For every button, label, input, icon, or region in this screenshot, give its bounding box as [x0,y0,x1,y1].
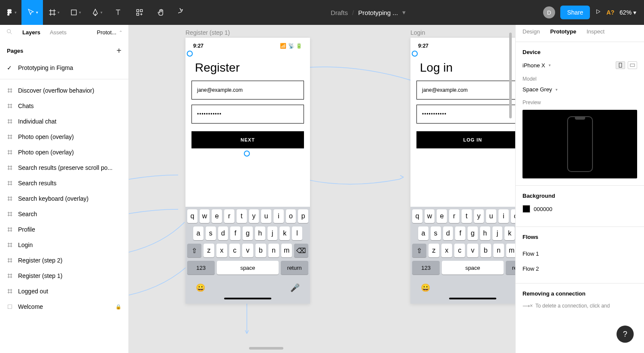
tab-assets[interactable]: Assets [50,29,67,36]
chevron-down-icon[interactable]: ▾ [402,9,406,16]
key[interactable]: i [498,209,509,223]
layer-frame[interactable]: Individual chat [0,114,128,129]
layer-frame[interactable]: Discover (overflow behavior) [0,83,128,98]
shape-tool[interactable]: ▾ [64,0,86,25]
key[interactable]: r [224,209,234,223]
return-key[interactable]: return [506,261,515,275]
key[interactable]: q [412,209,422,223]
canvas[interactable]: Register (step 1) 9:27 📶 📡 🔋 Register ja… [129,25,515,353]
key[interactable]: f [230,226,240,240]
layer-section[interactable]: Welcome🔒 [0,299,128,314]
portrait-icon[interactable] [616,61,625,69]
key[interactable]: h [480,226,490,240]
breadcrumb-file[interactable]: Prototyping ... [358,9,398,16]
key[interactable]: y [474,209,484,223]
key[interactable]: t [462,209,472,223]
key[interactable]: s [431,226,441,240]
key[interactable]: q [187,209,197,223]
resources-tool[interactable] [129,0,150,25]
emoji-icon[interactable]: 😀 [196,283,205,293]
email-field[interactable]: jane@example.com [416,81,515,100]
color-swatch[interactable] [522,205,530,213]
key[interactable]: j [267,226,278,240]
layer-frame[interactable]: Register (step 2) [0,253,128,268]
key[interactable]: k [279,226,290,240]
space-key[interactable]: space [217,261,278,275]
space-key[interactable]: space [442,261,503,275]
key[interactable]: a [418,226,428,240]
present-button[interactable] [595,9,601,16]
key[interactable]: u [261,209,271,223]
frame-label[interactable]: Login [410,29,425,36]
main-menu-button[interactable]: ▾ [0,0,21,25]
search-icon[interactable] [6,28,13,36]
vertical-scrollbar[interactable] [509,33,512,118]
key[interactable]: c [229,244,240,257]
key[interactable]: a [193,226,204,240]
breadcrumb[interactable]: Drafts / Prototyping ... ▾ [193,9,543,16]
key[interactable]: o [511,209,515,223]
add-page-button[interactable]: + [116,46,122,56]
layer-frame[interactable]: Chats [0,98,128,114]
key[interactable]: g [468,226,478,240]
key[interactable]: m [281,244,292,257]
flow-item[interactable]: Flow 1 [522,246,637,261]
layer-frame[interactable]: Photo open (overlay) [0,145,128,160]
prototype-node[interactable] [244,151,250,157]
prototype-node[interactable] [187,51,193,57]
model-select[interactable]: Space Grey▾ [522,86,637,93]
key[interactable]: n [268,244,279,257]
next-button[interactable]: NEXT [191,131,304,148]
key[interactable]: s [206,226,216,240]
email-field[interactable]: jane@example.com [191,81,304,100]
key[interactable]: k [504,226,515,240]
key[interactable]: d [218,226,228,240]
key[interactable]: x [441,244,452,257]
layer-frame[interactable]: Register (step 1) [0,268,128,284]
lock-icon[interactable]: 🔒 [115,304,122,310]
key[interactable]: t [237,209,247,223]
background-color[interactable]: 000000 [522,205,637,213]
key[interactable]: i [273,209,284,223]
mic-icon[interactable]: 🎤 [290,283,300,293]
key[interactable]: r [449,209,459,223]
tab-layers[interactable]: Layers [22,29,40,36]
key[interactable]: z [204,244,214,257]
layer-frame[interactable]: Photo open (overlay) [0,129,128,145]
text-tool[interactable] [107,0,129,25]
key[interactable]: l [292,226,302,240]
frame-label[interactable]: Register (step 1) [185,29,230,36]
tab-inspect[interactable]: Inspect [586,28,605,38]
move-tool[interactable]: ▾ [21,0,43,25]
key[interactable]: b [255,244,266,257]
key[interactable]: d [443,226,453,240]
user-avatar[interactable]: D [543,6,555,18]
123-key[interactable]: 123 [187,261,215,275]
register-frame[interactable]: 9:27 📶 📡 🔋 Register jane@example.com •••… [185,38,310,304]
key[interactable]: o [286,209,296,223]
layer-frame[interactable]: Login [0,237,128,253]
key[interactable]: e [212,209,222,223]
breadcrumb-root[interactable]: Drafts [331,9,348,16]
key[interactable]: f [455,226,465,240]
key[interactable]: x [216,244,227,257]
pen-tool[interactable]: ▾ [86,0,107,25]
layer-frame[interactable]: Search results [0,175,128,191]
tab-design[interactable]: Design [522,28,540,38]
key[interactable]: h [255,226,265,240]
key[interactable]: m [506,244,515,257]
device-select[interactable]: iPhone X▾ [522,61,637,69]
key[interactable]: b [480,244,491,257]
key[interactable]: w [200,209,210,223]
zoom-control[interactable]: 62% ▾ [620,9,636,16]
key[interactable]: z [428,244,439,257]
backspace-key[interactable]: ⌫ [294,244,308,257]
shift-key[interactable]: ⇧ [412,244,426,257]
key[interactable]: p [298,209,308,223]
help-button[interactable]: ? [617,326,634,343]
tab-prototype[interactable]: Prototype [550,28,576,38]
key[interactable]: y [249,209,259,223]
layer-frame[interactable]: Search [0,206,128,222]
layer-frame[interactable]: Logged out [0,284,128,299]
emoji-icon[interactable]: 😀 [421,283,430,293]
